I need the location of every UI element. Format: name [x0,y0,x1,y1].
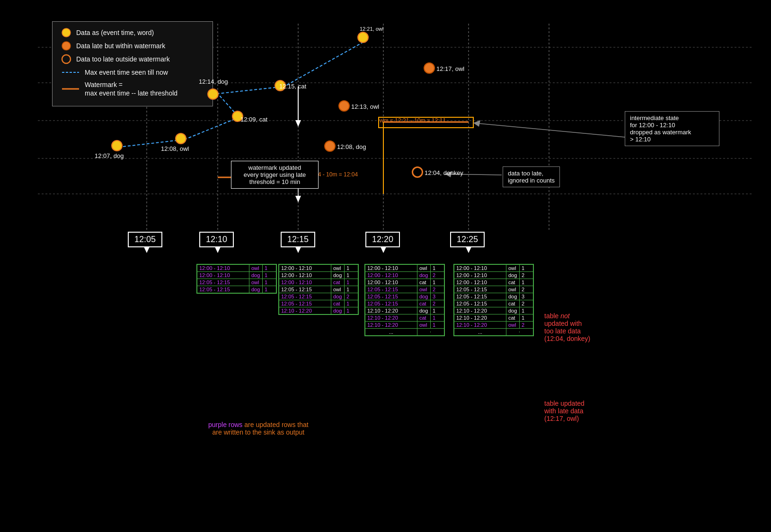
table-row: 12:05 - 12:15 owl 1 [197,279,276,286]
table-1215: 12:00 - 12:10 owl 1 12:00 - 12:10 dog 1 … [278,264,359,315]
legend-label-5: Watermark =max event time -- late thresh… [85,80,177,97]
table-row: 12:00 - 12:10 cat 1 [365,279,444,286]
time-label-1205: 12:05 [128,232,162,247]
table-row-ellipsis: ... [454,329,533,335]
wm-label-1220: wm = 12:21 - 10m = 12:11 [380,117,446,124]
bubble-1208-owl [175,133,186,144]
table-row: 12:00 - 12:10 owl 1 [454,265,533,272]
svg-point-33 [62,28,71,37]
label-1221-owl: 12:21, owl [360,26,383,32]
watermark-updated-text: watermark updatedevery trigger using lat… [244,164,306,185]
table-row: 12:10 - 12:20 dog 1 [279,307,358,314]
table-row: 12:05 - 12:15 dog 2 [279,293,358,300]
table-row: 12:00 - 12:10 dog 2 [454,272,533,279]
table-row: 12:10 - 12:20 dog 1 [365,307,444,314]
legend-label-3: Data too late outside watermark [76,55,170,63]
legend-item-2: Data late but within watermark [61,41,204,51]
intermediate-state-box: intermediate statefor 12:00 - 12:10dropp… [625,111,719,146]
svg-marker-27 [295,120,301,127]
table-row: 12:00 - 12:10 cat 1 [454,279,533,286]
label-1208-dog: 12:08, dog [337,143,366,150]
label-1214-dog: 12:14, dog [199,78,228,85]
legend-box: Data as (event time, word) Data late but… [52,21,213,106]
bubble-1221-owl [357,32,369,43]
legend-label-1: Data as (event time, word) [76,29,154,36]
bubble-1217-owl [424,62,435,74]
time-label-1210: 12:10 [199,232,234,247]
table-updated-note: table updatedwith late data(12:17, owl) [544,400,585,422]
table-row: 12:05 - 12:15 dog 3 [365,293,444,300]
time-label-1225: 12:25 [450,232,485,247]
table-1210: 12:00 - 12:10 owl 1 12:00 - 12:10 dog 1 … [196,264,277,294]
label-1208-owl: 12:08, owl [161,145,189,152]
svg-point-34 [62,42,71,50]
table-row: 12:05 - 12:15 dog 1 [197,286,276,293]
bubble-1208-dog [324,140,336,152]
bubble-1214-dog [207,88,219,100]
svg-point-35 [62,55,71,63]
table-row: 12:05 - 12:15 cat 2 [454,300,533,307]
label-1217-owl: 12:17, owl [436,65,464,72]
table-row: 12:00 - 12:10 owl 1 [197,265,276,272]
table-row: 12:05 - 12:15 owl 1 [279,286,358,293]
table-not-updated-note: table notupdated withtoo late data(12:04… [544,312,590,342]
table-row: 12:05 - 12:15 owl 2 [365,286,444,293]
label-1204-donkey: 12:04, donkey [425,169,463,176]
time-label-1215: 12:15 [281,232,315,247]
legend-label-2: Data late but within watermark [76,42,165,50]
table-row: 12:10 - 12:20 dog 1 [454,307,533,314]
bubble-1204-donkey [412,166,423,178]
time-label-1220: 12:20 [365,232,400,247]
label-1207-dog: 12:07, dog [95,152,124,159]
label-1213-owl: 12:13, owl [351,103,379,110]
bubble-1213-owl [338,100,350,112]
watermark-updated-box: watermark updatedevery trigger using lat… [231,161,319,189]
legend-label-4: Max event time seen till now [85,69,168,76]
table-row: 12:05 - 12:15 cat 1 [279,300,358,307]
table-row: 12:10 - 12:20 cat 1 [365,314,444,322]
table-row: 12:05 - 12:15 cat 2 [365,300,444,307]
table-1220: 12:00 - 12:10 owl 1 12:00 - 12:10 dog 2 … [364,264,445,336]
svg-line-28 [473,123,625,137]
table-row: 12:00 - 12:10 dog 1 [279,272,358,279]
table-row: 12:00 - 12:10 cat 1 [279,279,358,286]
table-row: 12:10 - 12:20 owl 2 [454,322,533,329]
table-row-ellipsis: ... [365,329,444,335]
bubble-1207-dog [111,140,123,151]
svg-marker-29 [473,120,480,127]
legend-item-4: Max event time seen till now [61,67,204,78]
legend-item-5: Watermark =max event time -- late thresh… [61,80,204,97]
legend-item-3: Data too late outside watermark [61,54,204,64]
table-row: 12:10 - 12:20 owl 1 [365,322,444,329]
table-row: 12:00 - 12:10 owl 1 [279,265,358,272]
label-1215-cat: 12:15, cat [279,83,306,90]
svg-marker-25 [295,196,301,202]
table-row: 12:10 - 12:20 cat 1 [454,314,533,322]
label-1209-cat: 12:09, cat [240,116,267,123]
table-row: 12:00 - 12:10 owl 1 [365,265,444,272]
table-row: 12:05 - 12:15 dog 3 [454,293,533,300]
legend-item-1: Data as (event time, word) [61,27,204,38]
table-row: 12:00 - 12:10 dog 1 [197,272,276,279]
table-1225: 12:00 - 12:10 owl 1 12:00 - 12:10 dog 2 … [453,264,534,336]
table-row: 12:00 - 12:10 dog 2 [365,272,444,279]
purple-rows-note: purple rows are updated rows thatare wri… [208,421,309,436]
data-too-late-box: data too late,ignored in counts [503,166,560,187]
table-row: 12:05 - 12:15 owl 2 [454,286,533,293]
